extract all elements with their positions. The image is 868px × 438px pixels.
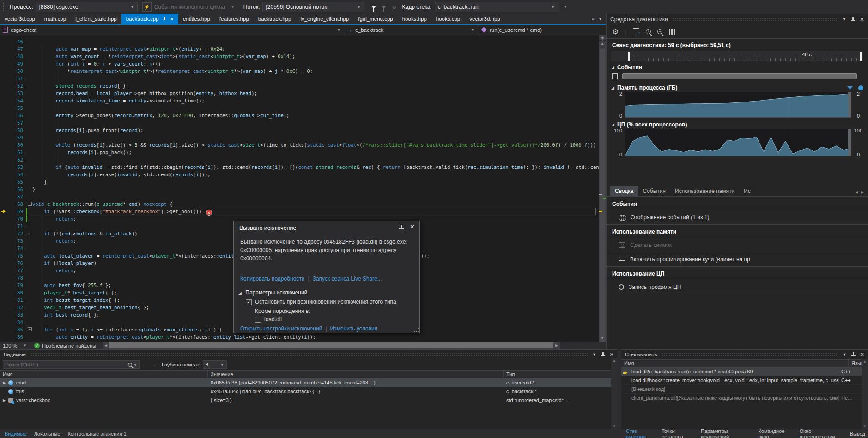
document-tab[interactable]: vector3d.cpp	[0, 14, 40, 24]
scroll-right-icon[interactable]: ▶	[553, 342, 560, 349]
scroll-down-icon[interactable]: ▼	[862, 424, 868, 429]
variable-row[interactable]: ▶vars::checkbox{ size=3 }std::unordered_…	[0, 396, 618, 405]
callstack-row[interactable]: load.dll!c_backtrack::run(c_usercmd * cm…	[621, 367, 868, 376]
diagnostics-title-bar[interactable]: Средства диагностики ▼ ✕	[607, 14, 868, 25]
code-line[interactable]: 69 if (!vars::checkbox["#backrack_checkb…	[0, 208, 599, 215]
split-editor-handle[interactable]: ╪	[599, 35, 606, 41]
code-line[interactable]: 58 records[i].push_front(record);	[0, 126, 599, 134]
edit-conditions-link[interactable]: Изменить условия	[330, 325, 378, 332]
pin-icon[interactable]	[851, 352, 856, 357]
document-tab[interactable]: vector3d.hpp	[465, 14, 505, 24]
selection-handle-right[interactable]	[860, 52, 862, 61]
tool-window-tab[interactable]: Параметры исключений	[698, 427, 753, 438]
document-tab[interactable]: i_client_state.hpp	[71, 14, 121, 24]
filter-edit-icon[interactable]	[379, 2, 389, 12]
document-tab[interactable]: math.cpp	[40, 14, 71, 24]
events-track-bar[interactable]	[622, 73, 857, 79]
scroll-up-icon[interactable]: ▲	[611, 358, 618, 364]
code-line[interactable]: 68−void c_backtrack::run(c_usercmd* cmd)…	[0, 200, 599, 208]
document-tab[interactable]: features.hpp	[215, 14, 254, 24]
code-line[interactable]: 49 for (int j = 0; j < vars_count; j++)	[0, 60, 599, 67]
pin-icon[interactable]	[601, 352, 605, 357]
copy-details-link[interactable]: Копировать подробности	[240, 276, 305, 282]
tool-window-tab[interactable]: Видимые	[2, 430, 30, 438]
lifecycle-events-icon[interactable]: ⚡	[142, 2, 152, 12]
memory-section-header[interactable]: ◢ Память процесса (ГБ)	[607, 82, 868, 92]
code-line[interactable]: 64 records[i].erase(invalid, std::cend(r…	[0, 171, 599, 178]
code-line[interactable]: 54 record.simulation_time = entity->simu…	[0, 97, 599, 104]
exception-settings-expander[interactable]: ◢ Параметры исключений	[238, 289, 307, 296]
document-tab[interactable]: fgui_menu.cpp	[353, 14, 397, 24]
resize-grip[interactable]	[414, 327, 419, 332]
code-line[interactable]: 86 auto entity = reinterpret_cast<player…	[0, 333, 599, 341]
tool-window-tab[interactable]: Окно интерпретации	[797, 427, 845, 438]
code-line[interactable]: 51	[0, 75, 599, 82]
tool-window-tab[interactable]: Командное окно	[755, 427, 795, 438]
column-type[interactable]: Тип	[504, 371, 618, 378]
scroll-up-icon[interactable]: ▲	[862, 359, 868, 365]
scrollbar-thumb[interactable]	[600, 49, 605, 344]
thread-dropdown[interactable]: [20596] Основной поток▼	[262, 2, 364, 12]
code-line[interactable]: 59	[0, 134, 599, 141]
code-line[interactable]: 50 *reinterpret_cast<uintptr_t*>(*reinte…	[0, 67, 599, 75]
callstack-row[interactable]: client_panorama.dll![Указанные ниже кадр…	[621, 394, 868, 402]
code-line[interactable]: 48 auto vars_count = *reinterpret_cast<i…	[0, 53, 599, 60]
filter-threads-icon[interactable]	[369, 2, 379, 12]
breadcrumb-project[interactable]: csgo-cheat ▼	[0, 25, 344, 35]
code-line[interactable]: 53 record.head = local_player->get_hitbo…	[0, 90, 599, 97]
tool-window-tab[interactable]: Точки останова	[659, 427, 696, 438]
diagnostics-tab[interactable]: События	[638, 186, 671, 196]
code-line[interactable]: 65 }	[0, 178, 599, 186]
code-line[interactable]: 63 if (auto invalid = std::find_if(std::…	[0, 163, 599, 171]
gear-icon[interactable]: ⚙	[612, 27, 619, 36]
summary-item[interactable]: Включить профилирование кучи (влияет на …	[607, 252, 868, 267]
export-icon[interactable]	[633, 28, 639, 35]
code-line[interactable]: 67	[0, 193, 599, 200]
document-tab[interactable]: backtrack.cpp✕	[121, 14, 178, 24]
close-icon[interactable]: ✕	[610, 352, 614, 358]
callstack-row[interactable]: load.dll!hooks::create_move::hook(void *…	[621, 376, 868, 385]
callstack-title-bar[interactable]: Стек вызовов ▼ ✕	[621, 350, 868, 359]
breadcrumb-member[interactable]: run(c_usercmd * cmd)	[478, 25, 606, 35]
expand-icon[interactable]: ▶	[3, 396, 8, 405]
zoom-out-icon[interactable]: −	[657, 29, 662, 34]
editor-vertical-scrollbar[interactable]: ╪ ▲ ▼	[599, 35, 606, 342]
code-line[interactable]: 46	[0, 38, 599, 45]
callstack-scrollbar[interactable]: ▲ ▼	[862, 359, 868, 429]
pin-icon[interactable]	[163, 17, 167, 21]
summary-item[interactable]: Запись профиля ЦП	[607, 280, 868, 294]
scroll-down-icon[interactable]: ▼	[599, 336, 606, 341]
breadcrumb-type[interactable]: → c_backtrack ▼	[344, 25, 478, 35]
timeline-ruler[interactable]: 40 с	[611, 51, 863, 61]
window-menu-icon[interactable]: ▼	[843, 352, 847, 357]
stack-frame-dropdown[interactable]: c_backtrack::run▼	[435, 2, 558, 12]
summary-item[interactable]: Отображение событий (1 из 1)	[607, 210, 868, 225]
nav-forward-icon[interactable]: →	[151, 361, 156, 368]
toolbar-overflow-icon[interactable]: ▼	[560, 2, 571, 12]
chevron-down-icon[interactable]: ▼	[228, 2, 238, 12]
open-files-dropdown-icon[interactable]: ▼	[598, 17, 602, 21]
close-icon[interactable]: ✕	[860, 352, 864, 358]
diagnostics-tab[interactable]: Сводка	[610, 186, 638, 196]
scroll-down-icon[interactable]: ▼	[611, 424, 618, 429]
editor-horizontal-scrollbar[interactable]: ◀ ▶	[103, 342, 560, 349]
close-icon[interactable]: ✕	[860, 16, 864, 23]
document-tab[interactable]: backtrack.hpp	[254, 14, 296, 24]
tool-window-tab[interactable]: Локальные	[31, 430, 63, 438]
variable-row[interactable]: ▶cmd0x065dfe38 {pad=829005072 command_nu…	[0, 378, 618, 387]
document-tab[interactable]: entities.hpp	[178, 14, 215, 24]
window-menu-icon[interactable]: ▼	[592, 352, 596, 357]
memory-legend-icon[interactable]	[858, 85, 863, 90]
suppress-icon[interactable]: ⊘	[389, 2, 399, 12]
code-line[interactable]: 60 while (records[i].size() > 3 && recor…	[0, 141, 599, 149]
callstack-row[interactable]: [Внешний код]	[621, 385, 868, 394]
module-exclude-checkbox[interactable]	[255, 317, 261, 323]
code-line[interactable]: 52 stored_records record{ };	[0, 82, 599, 90]
document-tab[interactable]: hooks.hpp	[398, 14, 431, 24]
selection-handle-left[interactable]	[628, 52, 630, 61]
pin-icon[interactable]	[851, 17, 855, 22]
memory-filter-icon[interactable]	[847, 86, 853, 90]
open-exception-settings-link[interactable]: Открыть настройки исключений	[240, 325, 322, 332]
zoom-in-icon[interactable]: +	[646, 29, 651, 34]
tab-scroll-left-icon[interactable]: «	[592, 16, 595, 22]
